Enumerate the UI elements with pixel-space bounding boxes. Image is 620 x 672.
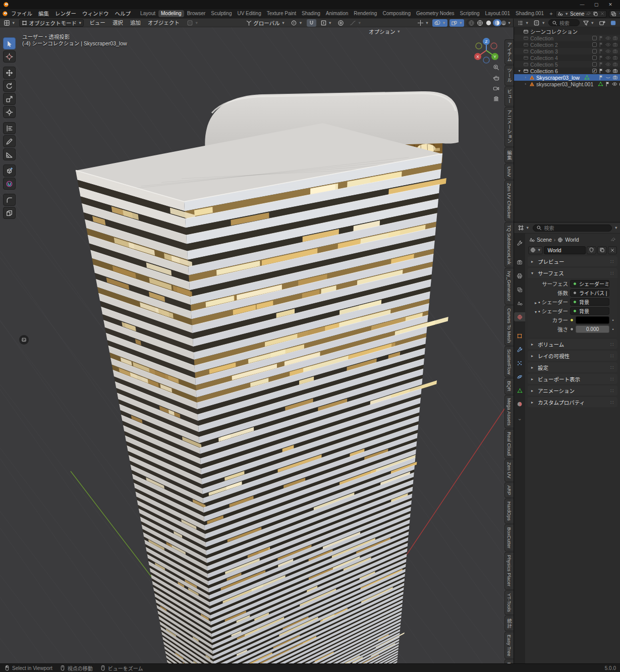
workspace-tab-sculpting[interactable]: Sculpting	[208, 10, 234, 17]
editor-type-button[interactable]: ▼	[2, 19, 17, 27]
menu-ヘルプ[interactable]: ヘルプ	[112, 10, 134, 18]
exclude-checkbox[interactable]	[592, 55, 597, 60]
sidebar-tab-mega-assets[interactable]: Mega Assets	[504, 395, 514, 428]
shader1-selector[interactable]: 背景	[570, 298, 609, 306]
tool-bevel-box[interactable]	[3, 207, 16, 219]
workspace-tab-shading[interactable]: Shading	[299, 10, 323, 17]
properties-tab-material[interactable]	[514, 400, 525, 409]
show-overlays[interactable]: ▼	[432, 19, 447, 27]
surface-shader-selector[interactable]: シェーダーミックス	[570, 280, 609, 288]
snap-target[interactable]: ▼	[319, 19, 333, 27]
menu-レンダー[interactable]: レンダー	[52, 10, 79, 18]
maximize-button[interactable]: ▢	[590, 1, 603, 8]
proportional-falloff[interactable]: ▼	[348, 19, 363, 27]
shading-dropdown[interactable]: ▼	[501, 19, 510, 26]
add-workspace-button[interactable]: +	[547, 11, 555, 17]
exclude-checkbox[interactable]	[592, 42, 597, 47]
outliner-search[interactable]: 検索	[548, 19, 580, 26]
workspace-tab-animation[interactable]: Animation	[323, 10, 351, 17]
tool-zen-uv[interactable]	[3, 178, 16, 190]
viewport-3d[interactable]: ユーザー・透視投影 (-4) シーンコレクション | Skyscraper03_…	[0, 27, 514, 663]
shading-material[interactable]	[484, 19, 493, 26]
workspace-tab-texture-paint[interactable]: Texture Paint	[264, 10, 299, 17]
sidebar-tab-zen-uv-checker[interactable]: Zen UV Checker	[504, 180, 514, 221]
reference-image-empty[interactable]	[19, 335, 29, 345]
unlink-world-button[interactable]	[608, 246, 617, 254]
pin-icon[interactable]	[610, 237, 616, 243]
properties-tab-world[interactable]	[514, 312, 525, 321]
shading-solid[interactable]	[476, 19, 484, 26]
sidebar-tab-curves-to-mesh[interactable]: Curves To Mesh	[504, 305, 514, 346]
properties-tabs-overflow[interactable]: ⌄	[517, 415, 522, 422]
workspace-tab-scripting[interactable]: Scripting	[458, 10, 482, 17]
outliner-collection-collection-4[interactable]: Collection 4	[514, 54, 620, 61]
sidebar-tab-tq-substancelink[interactable]: TQ SubstanceLink	[504, 222, 514, 267]
selectable-icon[interactable]	[598, 35, 604, 41]
properties-tab-modifiers[interactable]	[514, 345, 525, 354]
copy-scene-icon[interactable]	[593, 11, 598, 17]
panel-header-アニメーション[interactable]: ▸アニメーション∷	[528, 385, 617, 396]
hide-icon[interactable]	[605, 62, 611, 67]
selectable-icon[interactable]	[605, 81, 610, 87]
workspace-tab-modeling[interactable]: Modeling	[158, 10, 184, 17]
properties-tab-tool[interactable]	[514, 239, 525, 248]
tool-cursor[interactable]	[3, 50, 16, 63]
hide-icon[interactable]	[605, 68, 611, 74]
close-button[interactable]: ✕	[604, 1, 617, 8]
properties-tab-output[interactable]	[514, 271, 525, 281]
scene-selector[interactable]: ▼ Scene	[555, 10, 607, 18]
sidebar-tab-arp[interactable]: ARP	[504, 482, 514, 498]
render-visibility-icon[interactable]	[612, 68, 618, 74]
camera-view-button[interactable]	[490, 83, 502, 94]
color-swatch[interactable]	[576, 316, 609, 324]
sidebar-tab-yt-tools[interactable]: YT-Tools	[504, 590, 514, 615]
sidebar-tab--[interactable]: 統計	[504, 615, 514, 631]
menu-ウィンドウ[interactable]: ウィンドウ	[79, 10, 112, 18]
tool-rotate[interactable]	[3, 80, 16, 92]
sidebar-tab-physics-placer[interactable]: Physics Placer	[504, 552, 514, 589]
panel-header-設定[interactable]: ▸設定∷	[528, 362, 617, 372]
sidebar-tab-real-cloud[interactable]: Real Cloud	[504, 429, 514, 459]
active-tool-fallback[interactable]: ▼	[185, 19, 200, 27]
tool-corner-arc[interactable]	[3, 194, 16, 206]
sidebar-tab-loft-curves[interactable]: Loft Curves	[504, 659, 514, 663]
properties-editor-type[interactable]: ▼	[516, 224, 531, 232]
outliner-object-skyscraper03-night-001[interactable]: ›skyscraper03_Night.001	[514, 81, 620, 87]
panel-header-ビューポート表示[interactable]: ▸ビューポート表示∷	[528, 374, 617, 384]
outliner-display-mode[interactable]: ▼	[532, 19, 546, 27]
properties-tab-scene[interactable]	[514, 299, 525, 308]
sidebar-tab-boxcutter[interactable]: BoxCutter	[504, 524, 514, 551]
panel-header-レイの可視性[interactable]: ▸レイの可視性∷	[528, 351, 617, 361]
tool-transform[interactable]	[3, 106, 16, 118]
preview-panel-header[interactable]: ▸プレビュー∷	[528, 256, 617, 266]
workspace-tab-layout-001[interactable]: Layout.001	[483, 10, 513, 17]
sidebar-tab-easy-tree[interactable]: Easy Tree	[504, 632, 514, 659]
exclude-checkbox[interactable]	[592, 62, 597, 67]
outliner-collection-collection-6[interactable]: ▾Collection 6✓	[514, 68, 620, 74]
zoom-button[interactable]	[490, 62, 502, 73]
delete-scene-icon[interactable]	[600, 11, 605, 16]
breadcrumb-world[interactable]: World	[565, 237, 579, 243]
fac-input[interactable]: ライトパス | カメラレイ	[570, 289, 609, 297]
exclude-checkbox[interactable]	[592, 36, 597, 40]
sidebar-tab-zen-uv[interactable]: Zen UV	[504, 459, 514, 481]
panel-header-ボリューム[interactable]: ▸ボリューム∷	[528, 339, 617, 349]
outliner-object-skyscraper03-low[interactable]: ›Skyscraper03_low	[514, 74, 620, 81]
viewport-canvas[interactable]	[0, 27, 514, 663]
render-visibility-icon[interactable]	[612, 35, 618, 41]
menu-ファイル[interactable]: ファイル	[8, 10, 35, 18]
viewport-menu-オブジェクト[interactable]: オブジェクト	[145, 19, 183, 27]
hide-icon[interactable]	[605, 75, 611, 80]
outliner-collection-collection-2[interactable]: Collection 2	[514, 41, 620, 48]
strength-slider[interactable]: 0.000	[576, 325, 609, 333]
sidebar-tab-bqr[interactable]: BQR	[504, 378, 514, 395]
tool-measure[interactable]	[3, 148, 16, 160]
hide-icon[interactable]	[605, 55, 611, 61]
workspace-tab-geometry-nodes[interactable]: Geometry Nodes	[414, 10, 457, 17]
surface-panel-header[interactable]: ▾サーフェス∷	[528, 268, 617, 278]
render-visibility-icon[interactable]	[612, 62, 618, 67]
exclude-checkbox[interactable]	[592, 49, 597, 53]
properties-tab-object[interactable]	[514, 331, 525, 341]
mode-selector[interactable]: オブジェクトモード▼	[19, 19, 84, 27]
fake-user-button[interactable]	[587, 246, 596, 254]
